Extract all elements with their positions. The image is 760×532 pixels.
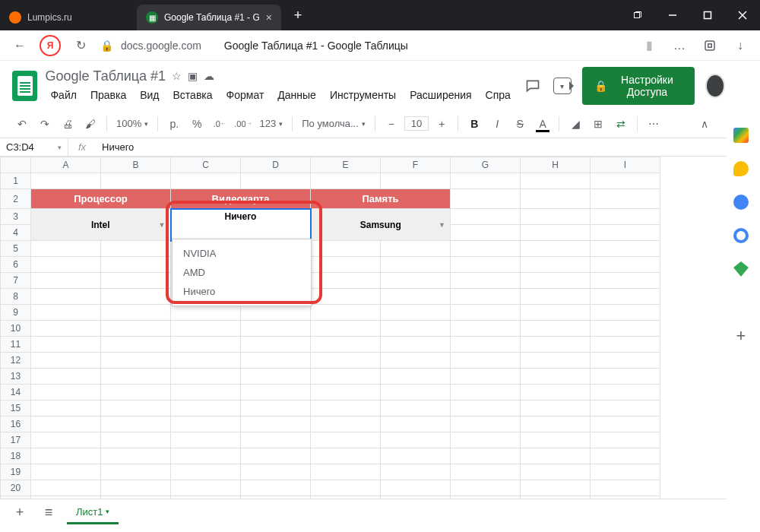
menu-insert[interactable]: Вставка bbox=[168, 86, 218, 104]
more-icon[interactable]: … bbox=[669, 35, 690, 56]
share-button[interactable]: 🔒 Настройки Доступа bbox=[582, 67, 695, 105]
row-11[interactable]: 11 bbox=[1, 337, 31, 353]
row-18[interactable]: 18 bbox=[1, 448, 31, 464]
browser-tab-2[interactable]: ▦ Google Таблица #1 - G × bbox=[137, 5, 281, 30]
select-all-corner[interactable] bbox=[1, 157, 31, 173]
new-tab-button[interactable]: + bbox=[287, 5, 309, 26]
window-maximize-button[interactable] bbox=[690, 0, 725, 30]
row-2[interactable]: 2 bbox=[1, 189, 31, 209]
more-tools-button[interactable]: ⋯ bbox=[644, 114, 663, 134]
row-1[interactable]: 1 bbox=[1, 173, 31, 189]
move-icon[interactable]: ▣ bbox=[188, 70, 198, 82]
data-validation-dropdown[interactable]: NVIDIA AMD Ничего bbox=[172, 239, 312, 306]
contacts-icon[interactable] bbox=[733, 228, 749, 243]
menu-help[interactable]: Спра bbox=[480, 86, 516, 104]
keep-icon[interactable] bbox=[733, 161, 749, 176]
zoom-selector[interactable]: 100% ▾ bbox=[113, 118, 151, 129]
row-7[interactable]: 7 bbox=[1, 273, 31, 289]
menu-edit[interactable]: Правка bbox=[85, 86, 131, 104]
window-close-button[interactable] bbox=[725, 0, 760, 30]
col-E[interactable]: E bbox=[311, 157, 381, 173]
tab-close-icon[interactable]: × bbox=[266, 11, 272, 24]
col-C[interactable]: C bbox=[171, 157, 241, 173]
value-memory[interactable]: Samsung▼ bbox=[311, 209, 451, 241]
user-avatar[interactable] bbox=[705, 74, 725, 98]
undo-button[interactable]: ↶ bbox=[12, 114, 32, 134]
yandex-home-icon[interactable]: Я bbox=[40, 35, 61, 56]
header-processor[interactable]: Процессор bbox=[31, 189, 171, 209]
dropdown-option-2[interactable]: AMD bbox=[173, 263, 311, 282]
number-format-button[interactable]: 123 ▾ bbox=[257, 118, 287, 129]
dropdown-option-1[interactable]: NVIDIA bbox=[173, 244, 311, 263]
font-size-minus[interactable]: − bbox=[382, 114, 401, 134]
col-I[interactable]: I bbox=[591, 157, 660, 173]
value-processor[interactable]: Intel▼ bbox=[31, 209, 171, 241]
print-button[interactable]: 🖨 bbox=[58, 114, 78, 134]
url-box[interactable]: 🔒 docs.google.com Google Таблица #1 - Go… bbox=[100, 40, 629, 52]
menu-extensions[interactable]: Расширения bbox=[404, 86, 477, 104]
nav-reload-button[interactable]: ↻ bbox=[70, 35, 91, 56]
all-sheets-button[interactable]: ≡ bbox=[38, 502, 59, 524]
row-8[interactable]: 8 bbox=[1, 289, 31, 305]
window-minimize-button[interactable] bbox=[655, 0, 690, 30]
calendar-icon[interactable] bbox=[733, 128, 749, 143]
cell-reference-box[interactable]: C3:D4▾ bbox=[0, 138, 68, 156]
row-17[interactable]: 17 bbox=[1, 432, 31, 448]
menu-format[interactable]: Формат bbox=[221, 86, 270, 104]
percent-button[interactable]: % bbox=[187, 114, 207, 134]
dropdown-arrow-icon[interactable]: ▼ bbox=[439, 221, 445, 229]
row-16[interactable]: 16 bbox=[1, 416, 31, 432]
col-F[interactable]: F bbox=[381, 157, 451, 173]
formula-input[interactable]: Ничего bbox=[96, 141, 140, 153]
header-videocard[interactable]: Видеокарта bbox=[171, 189, 311, 209]
font-size-input[interactable]: 10 bbox=[404, 116, 429, 131]
tabs-menu-icon[interactable] bbox=[620, 0, 655, 30]
value-videocard[interactable]: Ничего bbox=[171, 209, 311, 241]
row-13[interactable]: 13 bbox=[1, 369, 31, 385]
dropdown-arrow-icon[interactable]: ▼ bbox=[159, 221, 166, 229]
font-size-plus[interactable]: + bbox=[432, 114, 451, 134]
row-10[interactable]: 10 bbox=[1, 321, 31, 337]
dec-increase-button[interactable]: .00→ bbox=[233, 114, 253, 134]
browser-tab-1[interactable]: Lumpics.ru bbox=[0, 5, 137, 30]
doc-title[interactable]: Google Таблица #1 bbox=[45, 68, 166, 84]
menu-tools[interactable]: Инструменты bbox=[325, 86, 401, 104]
bookmark-icon[interactable]: ▮ bbox=[638, 35, 660, 56]
row-15[interactable]: 15 bbox=[1, 401, 31, 416]
row-12[interactable]: 12 bbox=[1, 353, 31, 369]
download-icon[interactable]: ↓ bbox=[730, 35, 751, 56]
grid-table[interactable]: A B C D E F G H I 1 2 Процессор Видеокар… bbox=[0, 157, 660, 512]
row-9[interactable]: 9 bbox=[1, 305, 31, 321]
add-addon-icon[interactable]: + bbox=[733, 328, 749, 344]
menu-file[interactable]: Файл bbox=[45, 86, 81, 104]
menu-view[interactable]: Вид bbox=[135, 86, 164, 104]
menu-data[interactable]: Данные bbox=[272, 86, 321, 104]
fill-color-button[interactable]: ◢ bbox=[565, 114, 585, 134]
extensions-icon[interactable] bbox=[699, 35, 720, 56]
maps-icon[interactable] bbox=[733, 261, 749, 277]
row-19[interactable]: 19 bbox=[1, 464, 31, 480]
row-5[interactable]: 5 bbox=[1, 241, 31, 257]
collapse-toolbar-button[interactable]: ∧ bbox=[695, 114, 714, 134]
col-A[interactable]: A bbox=[31, 157, 101, 173]
row-20[interactable]: 20 bbox=[1, 480, 31, 496]
italic-button[interactable]: I bbox=[487, 114, 507, 134]
row-14[interactable]: 14 bbox=[1, 385, 31, 401]
cloud-icon[interactable]: ☁ bbox=[204, 70, 214, 82]
sheets-logo-icon[interactable] bbox=[12, 71, 37, 101]
add-sheet-button[interactable]: + bbox=[9, 502, 30, 524]
row-4[interactable]: 4 bbox=[1, 225, 31, 241]
bold-button[interactable]: B bbox=[464, 114, 484, 134]
currency-button[interactable]: p. bbox=[164, 114, 184, 134]
comment-history-icon[interactable] bbox=[524, 74, 543, 98]
redo-button[interactable]: ↷ bbox=[35, 114, 55, 134]
col-H[interactable]: H bbox=[521, 157, 591, 173]
header-memory[interactable]: Память bbox=[311, 189, 451, 209]
sheet-tab-1[interactable]: Лист1 ▾ bbox=[67, 502, 119, 524]
merge-button[interactable]: ⇄ bbox=[611, 114, 631, 134]
strike-button[interactable]: S bbox=[510, 114, 530, 134]
tasks-icon[interactable] bbox=[733, 195, 749, 210]
borders-button[interactable]: ⊞ bbox=[588, 114, 608, 134]
col-G[interactable]: G bbox=[451, 157, 521, 173]
dropdown-option-3[interactable]: Ничего bbox=[173, 282, 311, 301]
